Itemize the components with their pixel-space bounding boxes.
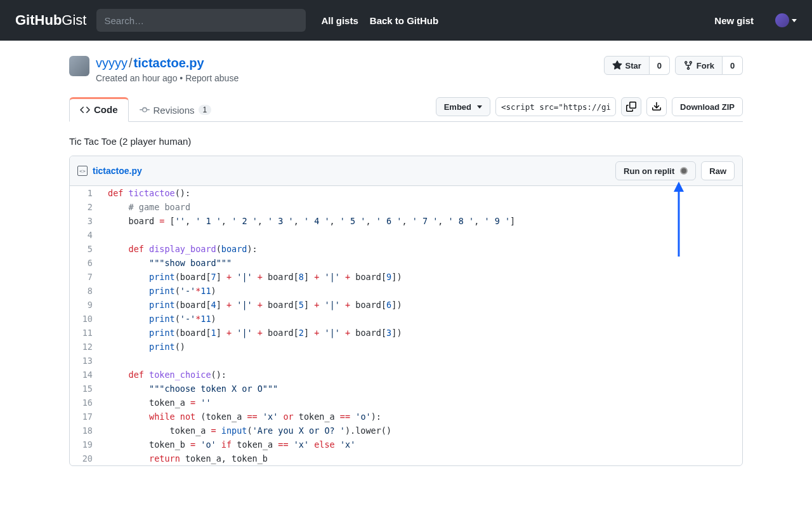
code-content: board = ['', ' 1 ', ' 2 ', ' 3 ', ' 4 ',… <box>102 214 515 228</box>
line-number[interactable]: 13 <box>70 354 102 368</box>
line-number[interactable]: 10 <box>70 312 102 326</box>
line-number[interactable]: 16 <box>70 396 102 410</box>
download-icon <box>652 102 662 112</box>
code-line[interactable]: 16 token_a = '' <box>70 396 742 410</box>
owner-link[interactable]: vyyyy <box>96 56 128 70</box>
code-content: def tictactoe(): <box>102 186 190 200</box>
line-number[interactable]: 18 <box>70 424 102 438</box>
line-number[interactable]: 7 <box>70 270 102 284</box>
search-input[interactable] <box>96 9 306 32</box>
embed-dropdown[interactable]: Embed <box>436 97 490 116</box>
line-number[interactable]: 1 <box>70 186 102 200</box>
code-line[interactable]: 7 print(board[7] + '|' + board[8] + '|' … <box>70 270 742 284</box>
topbar: GitHubGist All gists Back to GitHub New … <box>0 0 812 41</box>
code-line[interactable]: 10 print('-'*11) <box>70 312 742 326</box>
gist-title: vyyyy/tictactoe.py <box>96 56 239 70</box>
code-line[interactable]: 15 """choose token X or O""" <box>70 382 742 396</box>
nav-all-gists[interactable]: All gists <box>321 15 358 26</box>
code-line[interactable]: 5 def display_board(board): <box>70 242 742 256</box>
code-content: token_a = input('Are you X or O? ').lowe… <box>102 424 391 438</box>
caret-down-icon <box>477 105 482 109</box>
caret-down-icon <box>792 19 797 22</box>
title-separator: / <box>128 56 134 70</box>
embed-label: Embed <box>444 102 471 112</box>
line-number[interactable]: 4 <box>70 228 102 242</box>
gist-description: Tic Tac Toe (2 player human) <box>69 122 743 156</box>
run-on-replit-label: Run on replit <box>624 166 674 176</box>
code-content: print() <box>102 340 185 354</box>
owner-avatar[interactable] <box>69 56 89 76</box>
code-content: """choose token X or O""" <box>102 382 278 396</box>
code-line[interactable]: 19 token_b = 'o' if token_a == 'x' else … <box>70 438 742 451</box>
line-number[interactable]: 3 <box>70 214 102 228</box>
line-number[interactable]: 11 <box>70 326 102 340</box>
logo[interactable]: GitHubGist <box>15 12 86 29</box>
code-content: print(board[4] + '|' + board[5] + '|' + … <box>102 298 402 312</box>
download-icon-button[interactable] <box>646 97 667 116</box>
code-icon <box>80 105 90 115</box>
run-on-replit-button[interactable]: Run on replit <box>615 161 696 180</box>
code-line[interactable]: 8 print('-'*11) <box>70 284 742 298</box>
tab-tools: Embed Download ZIP <box>436 97 743 121</box>
tab-revisions[interactable]: Revisions 1 <box>129 98 223 122</box>
code-area[interactable]: 1def tictactoe():2 # game board3 board =… <box>70 186 742 465</box>
code-line[interactable]: 20 return token_a, token_b <box>70 451 742 465</box>
code-line[interactable]: 18 token_a = input('Are you X or O? ').l… <box>70 424 742 438</box>
logo-github: GitHub <box>15 12 62 29</box>
code-line[interactable]: 4 <box>70 228 742 242</box>
line-number[interactable]: 20 <box>70 451 102 465</box>
code-line[interactable]: 6 """show board""" <box>70 256 742 270</box>
code-content: """show board""" <box>102 256 232 270</box>
gist-filename-link[interactable]: tictactoe.py <box>134 56 204 70</box>
line-number[interactable]: 19 <box>70 438 102 451</box>
logo-gist: Gist <box>62 12 86 29</box>
tab-code[interactable]: Code <box>69 97 129 122</box>
file-header: <> tictactoe.py Run on replit Raw <box>70 156 742 186</box>
copy-button[interactable] <box>621 97 641 116</box>
code-line[interactable]: 2 # game board <box>70 200 742 214</box>
line-number[interactable]: 8 <box>70 284 102 298</box>
code-content: print('-'*11) <box>102 312 216 326</box>
raw-button[interactable]: Raw <box>701 161 735 180</box>
download-zip-label: Download ZIP <box>680 102 735 112</box>
raw-label: Raw <box>709 166 726 176</box>
line-number[interactable]: 17 <box>70 410 102 424</box>
star-button[interactable]: Star <box>604 56 650 75</box>
avatar-menu[interactable] <box>775 13 797 27</box>
gist-subtitle: Created an hour ago • Report abuse <box>96 73 239 83</box>
code-line[interactable]: 14 def token_choice(): <box>70 368 742 382</box>
fork-count[interactable]: 0 <box>723 56 743 75</box>
line-number[interactable]: 14 <box>70 368 102 382</box>
fork-button[interactable]: Fork <box>675 56 723 75</box>
line-number[interactable]: 5 <box>70 242 102 256</box>
git-commit-icon <box>140 105 150 115</box>
code-line[interactable]: 3 board = ['', ' 1 ', ' 2 ', ' 3 ', ' 4 … <box>70 214 742 228</box>
new-gist-link[interactable]: New gist <box>714 15 754 26</box>
code-line[interactable]: 12 print() <box>70 340 742 354</box>
report-abuse-link[interactable]: Report abuse <box>185 73 239 83</box>
download-zip-button[interactable]: Download ZIP <box>672 97 743 116</box>
code-line[interactable]: 1def tictactoe(): <box>70 186 742 200</box>
star-count[interactable]: 0 <box>650 56 670 75</box>
created-text: Created an hour ago <box>96 73 177 83</box>
file-name-link[interactable]: tictactoe.py <box>93 166 142 176</box>
line-number[interactable]: 15 <box>70 382 102 396</box>
line-number[interactable]: 12 <box>70 340 102 354</box>
embed-url-input[interactable] <box>495 97 616 116</box>
star-label: Star <box>625 61 641 70</box>
code-content: # game board <box>102 200 190 214</box>
star-group: Star 0 <box>604 56 670 75</box>
code-line[interactable]: 11 print(board[1] + '|' + board[2] + '|'… <box>70 326 742 340</box>
line-number[interactable]: 9 <box>70 298 102 312</box>
nav-back-to-github[interactable]: Back to GitHub <box>370 15 438 26</box>
code-line[interactable]: 9 print(board[4] + '|' + board[5] + '|' … <box>70 298 742 312</box>
line-number[interactable]: 2 <box>70 200 102 214</box>
code-line[interactable]: 13 <box>70 354 742 368</box>
line-number[interactable]: 6 <box>70 256 102 270</box>
fork-group: Fork 0 <box>675 56 743 75</box>
code-line[interactable]: 17 while not (token_a == 'x' or token_a … <box>70 410 742 424</box>
code-content: token_b = 'o' if token_a == 'x' else 'x' <box>102 438 355 451</box>
tabs-row: Code Revisions 1 Embed Download ZIP <box>69 97 743 122</box>
replit-icon <box>680 167 688 175</box>
avatar-icon <box>775 13 789 27</box>
